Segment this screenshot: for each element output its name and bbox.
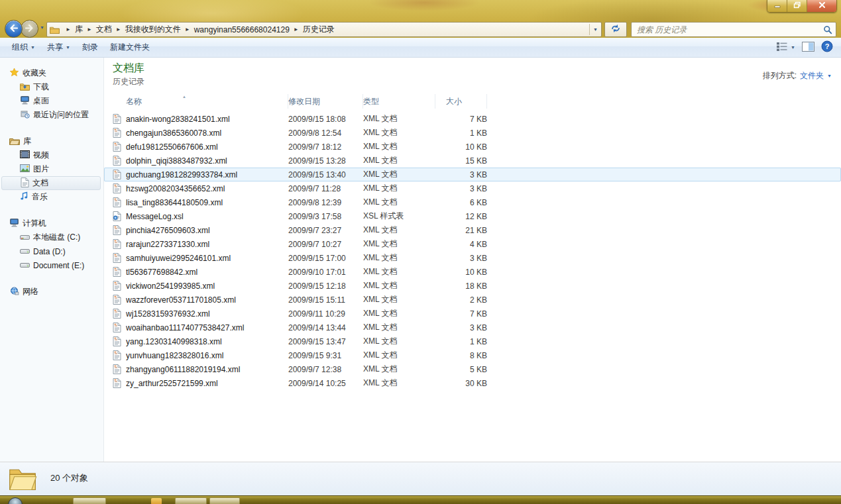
file-type: XML 文档 xyxy=(363,225,435,236)
file-row[interactable]: wazzforever053711701805.xml2009/9/15 15:… xyxy=(104,293,841,307)
start-button[interactable] xyxy=(8,497,23,504)
file-row[interactable]: chengajun3865360078.xml2009/9/8 12:54XML… xyxy=(104,126,841,140)
file-row[interactable]: woaihanbao11174077538427.xml2009/9/14 13… xyxy=(104,321,841,334)
sidebar-item[interactable]: 最近访问的位置 xyxy=(0,108,103,122)
address-dropdown-button[interactable]: ▼ xyxy=(590,27,601,32)
explorer-window: ▼ ► 库►文档►我接收到的文件►wangyinan5566668024129►… xyxy=(0,0,841,504)
file-type: XML 文档 xyxy=(363,294,435,305)
sidebar-item[interactable]: 桌面 xyxy=(0,94,103,108)
close-button[interactable] xyxy=(807,0,836,12)
column-header[interactable]: 修改日期 xyxy=(288,94,363,109)
sidebar-item[interactable]: 本地磁盘 (C:) xyxy=(0,230,103,244)
sidebar-item[interactable]: 视频 xyxy=(0,148,103,162)
recent-pages-dropdown[interactable]: ▼ xyxy=(40,25,44,30)
file-name: rarajun2273371330.xml xyxy=(126,240,288,249)
file-row[interactable]: dolphin_qiqi3883487932.xml2009/9/15 13:2… xyxy=(104,154,841,168)
file-name: hzswg20082034356652.xml xyxy=(126,184,288,193)
breadcrumb-item[interactable]: 历史记录 xyxy=(303,23,335,36)
file-row[interactable]: zy_arthur2525721599.xml2009/9/14 10:25XM… xyxy=(104,376,841,390)
taskbar-button[interactable] xyxy=(73,497,106,504)
back-button[interactable] xyxy=(5,20,23,38)
file-row[interactable]: rarajun2273371330.xml2009/9/7 10:27XML 文… xyxy=(104,237,841,251)
file-row[interactable]: anakin-wong2838241501.xml2009/9/15 18:08… xyxy=(104,112,841,126)
new-folder-label: 新建文件夹 xyxy=(110,42,150,53)
share-button[interactable]: 共享 ▼ xyxy=(41,39,76,56)
refresh-button[interactable] xyxy=(604,22,627,37)
breadcrumb-item[interactable]: 库 xyxy=(75,23,83,36)
sidebar-item[interactable]: Document (E:) xyxy=(0,258,103,272)
sidebar-item-label: 最近访问的位置 xyxy=(33,109,89,121)
minimize-button[interactable] xyxy=(767,0,787,12)
file-row[interactable]: MessageLog.xsl2009/9/3 17:58XSL 样式表12 KB xyxy=(104,209,841,223)
change-view-button[interactable]: ▼ xyxy=(776,42,795,54)
organize-button[interactable]: 组织 ▼ xyxy=(6,39,41,56)
file-row[interactable]: guchuang19812829933784.xml2009/9/15 13:4… xyxy=(104,168,841,181)
breadcrumb-item[interactable]: wangyinan5566668024129 xyxy=(194,23,290,36)
address-bar[interactable]: ► 库►文档►我接收到的文件►wangyinan5566668024129►历史… xyxy=(46,22,602,37)
file-name: wj15283159376932.xml xyxy=(126,309,288,319)
xml-file-icon xyxy=(113,183,126,193)
column-header[interactable]: 名称 xyxy=(126,94,288,109)
file-row[interactable]: lisa_ting883644180509.xml2009/9/8 12:39X… xyxy=(104,195,841,209)
breadcrumb-item[interactable]: 我接收到的文件 xyxy=(125,23,181,36)
file-row[interactable]: yang.12303140998318.xml2009/9/15 13:47XM… xyxy=(104,334,841,348)
restore-button[interactable] xyxy=(787,0,807,12)
title-bar: ▼ ► 库►文档►我接收到的文件►wangyinan5566668024129►… xyxy=(0,0,841,38)
sidebar-item[interactable]: 图片 xyxy=(0,162,103,176)
drive-icon xyxy=(20,247,30,256)
navigation-pane: 收藏夹下载桌面最近访问的位置库视频图片文档音乐计算机本地磁盘 (C:)Data … xyxy=(0,58,104,462)
sidebar-section-label: 网络 xyxy=(23,286,38,297)
breadcrumb-arrow-icon[interactable]: ► xyxy=(181,26,194,32)
search-box xyxy=(631,22,836,37)
sort-ascending-icon: ▲ xyxy=(182,95,186,99)
search-input[interactable] xyxy=(632,23,820,36)
breadcrumb-item[interactable]: 文档 xyxy=(96,23,112,36)
file-row[interactable]: wj15283159376932.xml2009/9/11 10:29XML 文… xyxy=(104,307,841,321)
file-row[interactable]: defu19812550667606.xml2009/9/7 18:12XML … xyxy=(104,140,841,154)
chevron-down-icon: ▼ xyxy=(30,45,35,50)
taskbar-button[interactable] xyxy=(209,497,240,504)
breadcrumb-arrow-icon[interactable]: ► xyxy=(83,26,96,32)
file-type: XML 文档 xyxy=(363,113,435,125)
file-row[interactable]: tl563677698842.xml2009/9/10 17:01XML 文档1… xyxy=(104,265,841,279)
file-date-modified: 2009/9/8 12:39 xyxy=(288,198,363,207)
sidebar-item-label: Data (D:) xyxy=(33,247,66,256)
forward-button[interactable] xyxy=(21,20,38,38)
file-type: XML 文档 xyxy=(363,141,435,152)
burn-button[interactable]: 刻录 xyxy=(76,39,104,56)
file-type: XML 文档 xyxy=(363,266,435,277)
organize-label: 组织 xyxy=(12,42,28,53)
breadcrumb-arrow-icon[interactable]: ► xyxy=(290,26,303,32)
file-date-modified: 2009/9/15 17:00 xyxy=(288,254,363,263)
sidebar-item[interactable]: 文档 xyxy=(1,176,101,190)
file-name: woaihanbao11174077538427.xml xyxy=(126,323,288,332)
file-row[interactable]: hzswg20082034356652.xml2009/9/7 11:28XML… xyxy=(104,181,841,195)
file-row[interactable]: samhuiyuwei2995246101.xml2009/9/15 17:00… xyxy=(104,251,841,265)
preview-pane-button[interactable] xyxy=(802,42,814,54)
column-header[interactable]: 大小 xyxy=(435,94,487,109)
file-type: XML 文档 xyxy=(363,350,435,361)
file-row[interactable]: pinchia4276509603.xml2009/9/7 23:27XML 文… xyxy=(104,223,841,237)
sidebar-section-libraries[interactable]: 库 xyxy=(0,134,103,148)
help-button[interactable]: ? xyxy=(821,40,833,54)
file-row[interactable]: yunvhuang1823828016.xml2009/9/15 9:31XML… xyxy=(104,348,841,362)
file-type: XML 文档 xyxy=(363,280,435,291)
sidebar-item[interactable]: Data (D:) xyxy=(0,244,103,258)
sidebar-section-network[interactable]: 网络 xyxy=(0,285,103,299)
new-folder-button[interactable]: 新建文件夹 xyxy=(104,39,156,56)
breadcrumb-arrow-icon[interactable]: ► xyxy=(112,26,125,32)
sidebar-item[interactable]: 音乐 xyxy=(0,190,103,204)
file-type: XML 文档 xyxy=(363,155,435,166)
file-row[interactable]: vickiwon2541993985.xml2009/9/15 12:18XML… xyxy=(104,279,841,293)
sidebar-section-favorites[interactable]: 收藏夹 xyxy=(0,66,103,80)
pictures-icon xyxy=(20,164,30,174)
breadcrumb-label: 文档 xyxy=(96,24,112,35)
sidebar-section-computer[interactable]: 计算机 xyxy=(0,217,103,230)
column-header[interactable]: 类型 xyxy=(363,94,435,109)
xml-file-icon xyxy=(113,336,126,346)
file-row[interactable]: zhangyang06111882019194.xml2009/9/7 12:3… xyxy=(104,362,841,376)
taskbar-button[interactable] xyxy=(175,497,207,504)
sidebar-item[interactable]: 下载 xyxy=(0,80,103,94)
arrange-by-control[interactable]: 排列方式: 文件夹 ▼ xyxy=(763,70,832,81)
file-date-modified: 2009/9/7 10:27 xyxy=(288,240,363,249)
